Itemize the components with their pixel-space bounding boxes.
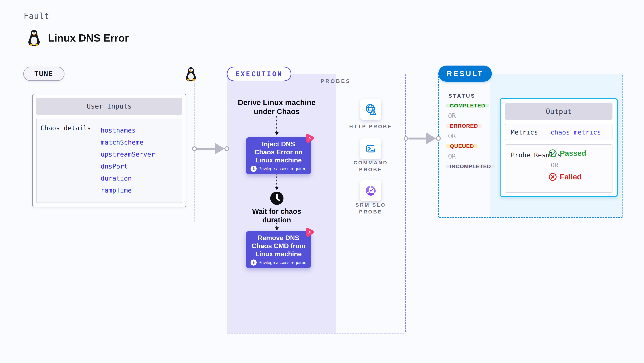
http-probe-label: HTTP PROBE: [344, 123, 398, 130]
slo-donut-check-icon: [364, 184, 377, 197]
privilege-note: Privilege access required: [258, 260, 306, 265]
or-label: OR: [448, 132, 489, 140]
failed-label: Failed: [560, 173, 582, 181]
status-badge-incompleted: INCOMPLETED: [446, 164, 495, 168]
chaos-param: upstreamServer: [101, 148, 155, 160]
flow-arrow-line: [197, 148, 215, 150]
remove-step-label: Remove DNS Chaos CMD from Linux machine: [248, 234, 309, 258]
flow-arrow-line: [408, 138, 427, 140]
metrics-value: chaos metrics: [550, 128, 601, 136]
tux-penguin-icon: [26, 29, 42, 47]
inject-dns-chaos-step: Inject DNS Chaos Error on Linux machine …: [246, 137, 311, 174]
command-probe-label: COMMAND PROBE: [344, 160, 398, 173]
derive-step-title: Derive Linux machine under Chaos: [237, 98, 316, 116]
chaos-experiment-icon: [304, 227, 315, 238]
status-label: STATUS: [448, 93, 476, 99]
lock-icon: [250, 166, 257, 172]
connector-dot: [224, 146, 229, 151]
terminal-icon: [365, 143, 376, 154]
chaos-param: matchScheme: [101, 136, 155, 148]
wait-step-title: Wait for chaos duration: [244, 207, 309, 224]
srm-slo-probe-card: [360, 180, 381, 201]
status-badge-errored: ERRORED: [446, 124, 482, 128]
wait-clock-icon: [270, 191, 284, 205]
inject-step-label: Inject DNS Chaos Error on Linux machine: [248, 140, 309, 164]
chaos-param: duration: [101, 172, 155, 184]
flow-arrow-head-icon: [215, 143, 224, 154]
lock-icon: [250, 260, 257, 266]
result-pill: RESULT: [438, 66, 492, 82]
check-circle-icon: [548, 149, 557, 158]
chaos-param: dnsPort: [101, 160, 155, 172]
privilege-note: Privilege access required: [258, 166, 306, 171]
chaos-param: hostnames: [101, 124, 155, 136]
chaos-param-list: hostnamesmatchSchemeupstreamServerdnsPor…: [101, 124, 155, 196]
remove-dns-chaos-step: Remove DNS Chaos CMD from Linux machine …: [246, 231, 311, 268]
user-inputs-title: User Inputs: [36, 98, 182, 114]
x-circle-icon: [548, 173, 557, 181]
dotted-arrow-down-icon: [276, 173, 277, 190]
dotted-arrow-down-icon: [276, 114, 277, 135]
status-badge-completed: COMPLETED: [446, 104, 489, 108]
http-probe-card: [360, 99, 381, 120]
connector-dot: [436, 136, 441, 141]
output-title: Output: [505, 103, 612, 120]
chaos-details-label: Chaos details: [40, 124, 91, 132]
execution-pill: EXECUTION: [227, 66, 292, 81]
fault-kicker: Fault: [24, 11, 49, 21]
metrics-row: Metrics chaos metrics: [505, 124, 612, 140]
metrics-label: Metrics: [511, 128, 538, 136]
dotted-arrow-down-icon: [276, 223, 277, 230]
globe-warning-icon: [364, 103, 377, 116]
or-label: OR: [448, 112, 489, 120]
probes-label: PROBES: [320, 78, 351, 84]
or-label: OR: [551, 162, 586, 169]
flow-arrow-head-icon: [426, 133, 436, 144]
tune-pill: TUNE: [23, 66, 64, 81]
tux-penguin-small-icon: [184, 66, 198, 82]
srm-slo-probe-label: SRM SLO PROBE: [344, 202, 398, 215]
fault-diagram: Fault Linux DNS Error TUNE User Inputs C…: [0, 0, 644, 363]
status-list: COMPLETEDORERROREDORQUEUEDORINCOMPLETED: [446, 104, 489, 168]
connector-dot: [404, 136, 408, 141]
or-label: OR: [448, 152, 489, 160]
command-probe-card: [360, 138, 381, 159]
status-badge-queued: QUEUED: [446, 144, 478, 148]
passed-label: Passed: [560, 149, 586, 158]
probe-results-row: Probe Results Passed OR Failed: [505, 144, 612, 193]
connector-dot: [192, 146, 197, 151]
chaos-param: rampTime: [101, 184, 155, 196]
chaos-experiment-icon: [304, 133, 315, 144]
page-title: Linux DNS Error: [48, 32, 129, 44]
